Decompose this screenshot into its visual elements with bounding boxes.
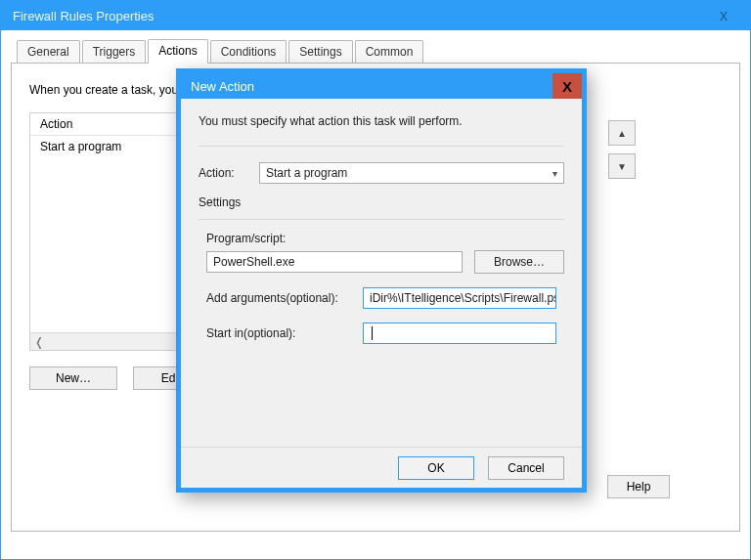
- new-action-titlebar[interactable]: New Action X: [181, 73, 582, 99]
- new-action-footer: OK Cancel: [181, 447, 582, 488]
- settings-group: Program/script: PowerShell.exe Browse… A…: [206, 232, 564, 344]
- chevron-up-icon: ▲: [617, 128, 627, 139]
- divider: [199, 219, 564, 220]
- tabstrip: General Triggers Actions Conditions Sett…: [17, 38, 740, 63]
- close-icon[interactable]: x: [707, 7, 740, 24]
- program-script-input[interactable]: PowerShell.exe: [206, 251, 463, 273]
- chevron-down-icon: ▾: [547, 168, 557, 179]
- program-script-row: PowerShell.exe Browse…: [206, 250, 564, 274]
- new-action-dialog: New Action X You must specify what actio…: [176, 68, 587, 493]
- properties-titlebar[interactable]: Firewall Rules Properties x: [1, 1, 750, 30]
- chevron-down-icon: ▼: [617, 161, 627, 172]
- divider: [199, 146, 564, 147]
- action-dropdown-value: Start a program: [266, 166, 347, 180]
- properties-title: Firewall Rules Properties: [13, 9, 155, 23]
- arguments-value: iDir%\ITtelligence\Scripts\Firewall.ps1": [370, 291, 556, 305]
- chevron-left-icon[interactable]: ❬: [30, 333, 48, 350]
- settings-groupbox-label: Settings: [199, 195, 564, 209]
- tab-settings[interactable]: Settings: [288, 40, 352, 64]
- start-in-input[interactable]: [363, 323, 556, 344]
- new-button[interactable]: New…: [29, 366, 117, 390]
- browse-button[interactable]: Browse…: [474, 250, 564, 274]
- text-caret-icon: [372, 326, 373, 340]
- arguments-label: Add arguments(optional):: [206, 291, 363, 305]
- tab-general[interactable]: General: [17, 40, 80, 64]
- move-down-button[interactable]: ▼: [608, 153, 636, 179]
- close-button[interactable]: X: [552, 73, 582, 99]
- tab-triggers[interactable]: Triggers: [82, 40, 147, 64]
- cancel-button[interactable]: Cancel: [488, 456, 564, 480]
- tab-actions[interactable]: Actions: [148, 39, 207, 64]
- new-action-instruction: You must specify what action this task w…: [199, 114, 564, 128]
- ok-button[interactable]: OK: [398, 456, 474, 480]
- tab-conditions[interactable]: Conditions: [210, 40, 287, 64]
- optional-fields: Add arguments(optional): iDir%\ITtellige…: [206, 287, 564, 344]
- action-row: Action: Start a program ▾: [199, 162, 564, 184]
- start-in-label: Start in(optional):: [206, 326, 363, 340]
- arguments-input[interactable]: iDir%\ITtelligence\Scripts\Firewall.ps1": [363, 287, 556, 309]
- actions-reorder-buttons: ▲ ▼: [608, 120, 636, 179]
- action-dropdown[interactable]: Start a program ▾: [259, 162, 564, 184]
- action-label: Action:: [199, 166, 259, 180]
- close-icon: X: [562, 78, 572, 95]
- program-script-value: PowerShell.exe: [213, 255, 294, 269]
- program-script-label: Program/script:: [206, 232, 564, 245]
- help-button[interactable]: Help: [607, 475, 670, 498]
- move-up-button[interactable]: ▲: [608, 120, 636, 146]
- tab-common[interactable]: Common: [355, 40, 424, 64]
- new-action-title: New Action: [191, 79, 254, 94]
- new-action-body: You must specify what action this task w…: [181, 99, 582, 354]
